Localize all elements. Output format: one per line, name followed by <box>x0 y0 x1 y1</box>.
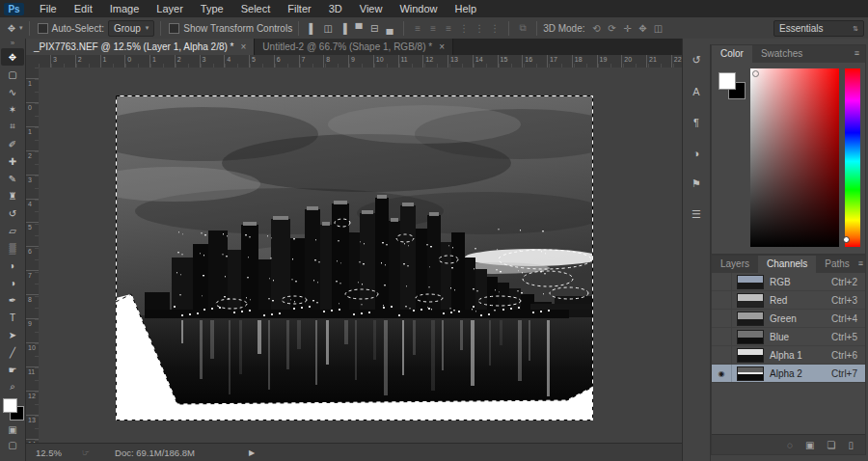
3d-rotate-icon[interactable]: ⟲ <box>589 23 605 34</box>
tool-preset-arrow-icon[interactable]: ▾ <box>19 24 23 32</box>
align-bottom-edges-icon[interactable]: ▄ <box>382 23 397 34</box>
workspace-switcher[interactable]: Essentials ⇅ <box>773 20 864 37</box>
saturation-brightness-field[interactable] <box>750 68 839 247</box>
lasso-tool[interactable]: ∿ <box>1 83 24 100</box>
zoom-tool[interactable]: ⌕ <box>1 378 24 395</box>
pen-tool[interactable]: ✒ <box>1 291 24 309</box>
channel-thumbnail[interactable] <box>737 275 764 289</box>
tab-channels[interactable]: Channels <box>758 256 816 273</box>
eraser-tool[interactable]: ▱ <box>1 222 24 239</box>
menu-item-filter[interactable]: Filter <box>279 0 319 17</box>
channel-row-alpha-2[interactable]: ◉Alpha 2Ctrl+7 <box>712 365 865 383</box>
tab-swatches[interactable]: Swatches <box>752 45 811 63</box>
color-panel-menu-icon[interactable]: ≡ <box>854 45 865 63</box>
menu-item-file[interactable]: File <box>31 0 66 17</box>
quick-selection-tool[interactable]: ✶ <box>1 100 24 118</box>
zoom-level-field[interactable]: 12.5% <box>36 447 68 458</box>
ruler-origin-corner[interactable] <box>26 55 40 68</box>
channel-thumbnail[interactable] <box>737 293 764 308</box>
vertical-ruler[interactable]: 101234567891011121314 <box>26 68 40 444</box>
menu-item-select[interactable]: Select <box>232 0 280 17</box>
canvas-photo[interactable] <box>116 95 593 420</box>
foreground-color-swatch-panel[interactable] <box>719 72 736 90</box>
align-right-edges-icon[interactable]: ▐ <box>336 23 351 34</box>
3d-roll-icon[interactable]: ⟳ <box>605 23 620 34</box>
distribute-bottom-edges-icon[interactable]: ≡ <box>441 23 456 34</box>
distribute-top-edges-icon[interactable]: ≡ <box>410 23 425 34</box>
save-selection-as-channel-icon[interactable]: ▣ <box>805 440 814 450</box>
menu-item-layer[interactable]: Layer <box>148 0 192 17</box>
channel-thumbnail[interactable] <box>737 312 764 326</box>
canvas-pasteboard[interactable] <box>39 68 683 444</box>
spot-healing-brush-tool[interactable]: ✚ <box>1 152 24 170</box>
hue-slider-marker[interactable] <box>843 236 850 243</box>
hue-ramp[interactable] <box>845 68 860 247</box>
menu-item-3d[interactable]: 3D <box>320 0 351 17</box>
align-horizontal-centers-icon[interactable]: ◫ <box>320 23 336 34</box>
brush-tool[interactable]: ✎ <box>1 170 24 187</box>
visibility-toggle[interactable] <box>712 291 732 309</box>
auto-select-checkbox[interactable] <box>38 23 48 34</box>
show-transform-controls-checkbox[interactable] <box>169 23 179 34</box>
tab-color[interactable]: Color <box>712 45 752 63</box>
close-icon[interactable]: × <box>241 41 247 52</box>
scroll-hand-icon[interactable]: ☞ <box>82 447 90 457</box>
quick-mask-icon[interactable]: ▣ <box>1 421 24 437</box>
3d-slide-icon[interactable]: ✥ <box>636 23 651 34</box>
3d-scale-icon[interactable]: ◫ <box>651 23 666 34</box>
auto-select-target-dropdown[interactable]: Group ▾ <box>108 20 154 37</box>
type-tool[interactable]: T <box>1 309 24 326</box>
paragraph-panel-icon[interactable]: ¶ <box>687 114 706 130</box>
tab-layers[interactable]: Layers <box>712 256 758 273</box>
channel-thumbnail[interactable] <box>737 366 764 381</box>
close-icon[interactable]: × <box>439 41 445 52</box>
visibility-toggle[interactable]: ◉ <box>712 365 732 382</box>
menu-item-view[interactable]: View <box>351 0 392 17</box>
channels-panel-menu-icon[interactable]: ≡ <box>858 256 868 273</box>
path-selection-tool[interactable]: ➤ <box>1 326 24 343</box>
adjustments-panel-icon[interactable]: ◑ <box>687 145 706 161</box>
screen-mode-icon[interactable]: ▢ <box>1 437 24 452</box>
eyedropper-tool[interactable]: ✐ <box>1 135 24 152</box>
menu-item-window[interactable]: Window <box>391 0 446 17</box>
channel-thumbnail[interactable] <box>737 330 764 344</box>
document-tab[interactable]: Untitled-2 @ 66.7% (Shape 1, RGB/8) *× <box>255 39 453 55</box>
menu-item-image[interactable]: Image <box>101 0 149 17</box>
auto-align-layers-icon[interactable]: ⧉ <box>515 22 530 34</box>
align-left-edges-icon[interactable]: ▌ <box>305 23 320 34</box>
foreground-color-swatch[interactable] <box>3 398 17 413</box>
3d-drag-icon[interactable]: ✛ <box>620 23 636 34</box>
menu-item-help[interactable]: Help <box>447 0 486 17</box>
rectangular-marquee-tool[interactable]: ▢ <box>1 66 24 83</box>
history-panel-icon[interactable]: ↺ <box>687 52 706 68</box>
crop-tool[interactable]: ⌗ <box>1 118 24 135</box>
character-panel-icon[interactable]: A <box>687 83 706 99</box>
status-options-arrow-icon[interactable]: ▶ <box>249 448 255 457</box>
blur-tool[interactable]: ◗ <box>1 257 24 274</box>
distribute-left-edges-icon[interactable]: ⋮ <box>456 23 472 34</box>
info-panel-icon[interactable]: ☰ <box>687 206 706 223</box>
toolbar-collapse-icon[interactable]: » <box>0 39 25 48</box>
visibility-toggle[interactable] <box>712 346 732 364</box>
channel-row-blue[interactable]: BlueCtrl+5 <box>712 328 865 346</box>
channel-row-green[interactable]: GreenCtrl+4 <box>712 310 865 328</box>
line-tool[interactable]: ╱ <box>1 343 24 361</box>
dodge-tool[interactable]: ◑ <box>1 274 24 291</box>
load-channel-as-selection-icon[interactable]: ◌ <box>787 440 793 450</box>
history-brush-tool[interactable]: ↺ <box>1 204 24 222</box>
channel-row-rgb[interactable]: RGBCtrl+2 <box>712 273 865 291</box>
horizontal-ruler[interactable]: 3210123456789101112131415161718192021222… <box>39 55 683 68</box>
new-channel-icon[interactable]: ❏ <box>827 440 836 450</box>
align-vertical-centers-icon[interactable]: ⊟ <box>366 23 382 34</box>
move-tool[interactable]: ✥ <box>1 48 24 66</box>
visibility-toggle[interactable] <box>712 273 732 290</box>
visibility-toggle[interactable] <box>712 328 732 345</box>
channel-thumbnail[interactable] <box>737 348 764 363</box>
distribute-vertical-centers-icon[interactable]: ≡ <box>425 23 441 34</box>
distribute-right-edges-icon[interactable]: ⋮ <box>487 23 502 34</box>
menu-item-type[interactable]: Type <box>192 0 232 17</box>
channel-row-red[interactable]: RedCtrl+3 <box>712 291 865 310</box>
hand-tool[interactable]: ☛ <box>1 361 24 378</box>
align-top-edges-icon[interactable]: ▀ <box>351 23 366 34</box>
visibility-toggle[interactable] <box>712 310 732 327</box>
